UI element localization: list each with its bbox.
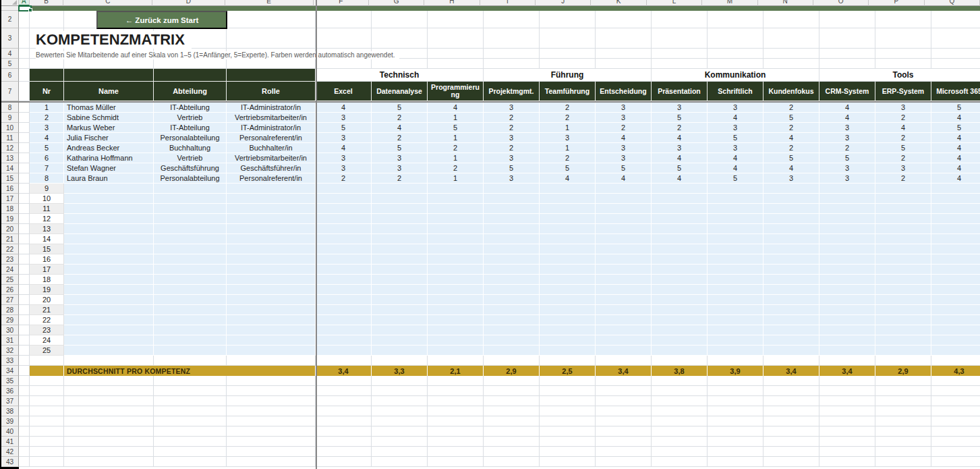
cell[interactable] [19,11,30,28]
cell[interactable] [931,386,980,396]
skill-value-cell[interactable] [708,285,763,295]
cell[interactable] [30,437,64,447]
cell[interactable] [931,416,980,426]
skill-value-cell[interactable] [596,234,652,244]
cell[interactable] [540,426,596,437]
cell[interactable] [931,376,980,386]
row-number-38[interactable]: 38 [1,406,19,416]
nr-cell[interactable]: 22 [30,315,64,325]
skill-value-cell[interactable] [652,265,708,275]
cell[interactable] [875,396,931,406]
skill-value-cell[interactable] [763,265,819,275]
cell[interactable] [819,386,875,396]
col-header-microsoft-365[interactable]: Microsoft 365 [931,82,980,101]
cell[interactable] [428,356,484,366]
skill-value-cell[interactable] [708,275,763,285]
cell[interactable] [875,11,931,28]
cell[interactable] [931,447,980,457]
cell[interactable] [30,406,64,416]
cell[interactable] [763,356,819,366]
skill-value-cell[interactable] [819,204,875,214]
skill-value-cell[interactable] [763,275,819,285]
rolle-cell[interactable] [227,254,316,265]
col-header-teamf-hrung[interactable]: Teamführung [540,82,596,101]
row-number-8[interactable]: 8 [1,103,19,113]
skill-value-cell[interactable]: 2 [372,113,428,123]
name-cell[interactable] [64,184,154,194]
name-cell[interactable]: Katharina Hoffmann [64,153,154,163]
skill-value-cell[interactable]: 4 [931,163,980,173]
cell[interactable] [19,133,30,143]
cell[interactable] [19,376,30,386]
skill-value-cell[interactable] [316,265,372,275]
skill-value-cell[interactable] [316,184,372,194]
cell[interactable] [763,406,819,416]
cell[interactable] [316,396,372,406]
skill-value-cell[interactable]: 2 [372,173,428,184]
cell[interactable] [64,59,154,69]
skill-value-cell[interactable]: 2 [875,133,931,143]
abteilung-cell[interactable] [154,234,227,244]
skill-value-cell[interactable]: 2 [484,113,540,123]
cell[interactable] [372,447,428,457]
cell[interactable] [652,376,708,386]
skill-value-cell[interactable] [708,335,763,346]
skill-value-cell[interactable]: 4 [652,153,708,163]
name-cell[interactable] [64,305,154,315]
skill-value-cell[interactable]: 3 [875,103,931,113]
skill-value-cell[interactable] [428,315,484,325]
skill-value-cell[interactable]: 4 [931,113,980,123]
cell[interactable] [484,376,540,386]
name-cell[interactable] [64,275,154,285]
skill-value-cell[interactable]: 3 [708,103,763,113]
cell[interactable] [372,386,428,396]
skill-value-cell[interactable]: 2 [316,173,372,184]
rolle-cell[interactable]: Buchhalter/in [227,143,316,153]
skill-value-cell[interactable] [875,346,931,356]
cell[interactable] [708,437,763,447]
cell[interactable] [372,406,428,416]
skill-value-cell[interactable] [652,295,708,305]
cell[interactable] [819,437,875,447]
skill-value-cell[interactable] [484,265,540,275]
cell[interactable] [484,437,540,447]
nr-cell[interactable]: 5 [30,143,64,153]
skill-value-cell[interactable] [428,244,484,254]
cell[interactable] [316,447,372,457]
cell[interactable] [154,437,227,447]
skill-value-cell[interactable]: 3 [652,143,708,153]
skill-value-cell[interactable] [931,305,980,315]
nr-cell[interactable]: 11 [30,204,64,214]
cell[interactable] [428,376,484,386]
skill-value-cell[interactable] [875,325,931,335]
summary-label-cell[interactable]: DURCHSCHNITT PRO KOMPETENZ [64,366,316,376]
rolle-cell[interactable]: Vertriebsmitarbeiter/in [227,113,316,123]
skill-value-cell[interactable]: 3 [540,133,596,143]
skill-value-cell[interactable] [763,305,819,315]
cell[interactable] [596,59,652,69]
cell[interactable] [596,28,652,49]
skill-value-cell[interactable] [763,214,819,224]
cell[interactable] [819,59,875,69]
cell[interactable] [708,49,763,59]
skill-value-cell[interactable] [428,305,484,315]
skill-value-cell[interactable]: 2 [875,113,931,123]
row-number-36[interactable]: 36 [1,386,19,396]
skill-value-cell[interactable] [540,254,596,265]
skill-value-cell[interactable]: 3 [484,173,540,184]
rolle-cell[interactable]: Personalreferent/in [227,133,316,143]
skill-value-cell[interactable] [763,335,819,346]
skill-value-cell[interactable] [372,275,428,285]
cell[interactable] [19,457,30,467]
skill-value-cell[interactable] [484,275,540,285]
skill-value-cell[interactable] [316,214,372,224]
abteilung-cell[interactable] [154,204,227,214]
skill-value-cell[interactable] [875,335,931,346]
skill-value-cell[interactable]: 3 [875,163,931,173]
cell[interactable] [708,447,763,457]
skill-value-cell[interactable] [652,315,708,325]
row-number-9[interactable]: 9 [1,113,19,123]
cell[interactable] [19,123,30,133]
skill-value-cell[interactable]: 2 [596,123,652,133]
row-number-40[interactable]: 40 [1,426,19,437]
